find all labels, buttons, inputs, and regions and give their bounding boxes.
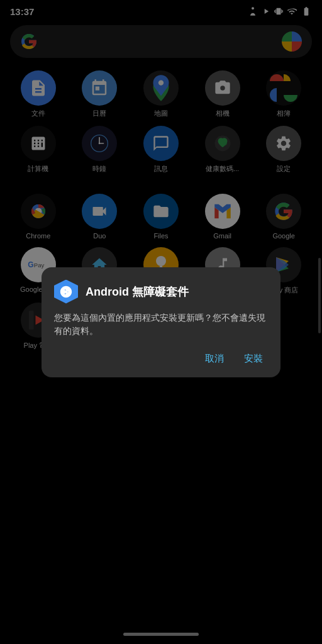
dialog: Android 無障礙套件 您要為這個內置的應用程式安裝更新嗎？您不會遺失現有的…: [42, 267, 280, 377]
dialog-overlay: Android 無障礙套件 您要為這個內置的應用程式安裝更新嗎？您不會遺失現有的…: [0, 0, 322, 644]
svg-point-21: [64, 290, 68, 294]
dialog-header: Android 無障礙套件: [54, 280, 268, 304]
dialog-icon: [54, 280, 78, 304]
install-button[interactable]: 安裝: [239, 350, 268, 367]
dialog-actions: 取消 安裝: [54, 350, 268, 367]
cancel-button[interactable]: 取消: [200, 350, 229, 367]
dialog-title: Android 無障礙套件: [86, 284, 189, 299]
dialog-body: 您要為這個內置的應用程式安裝更新嗎？您不會遺失現有的資料。: [54, 311, 268, 338]
